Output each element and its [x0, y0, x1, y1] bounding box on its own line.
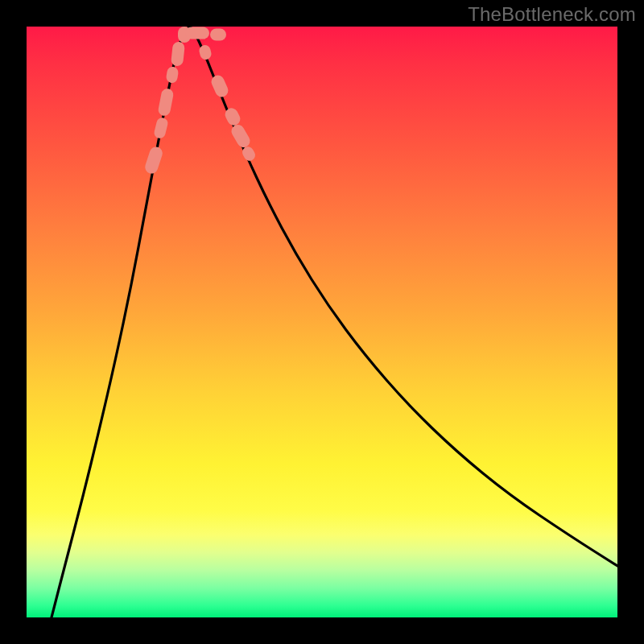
data-marker: [166, 66, 180, 84]
watermark-text: TheBottleneck.com: [468, 3, 636, 26]
marker-group: [143, 27, 257, 175]
data-marker: [153, 117, 169, 140]
data-marker: [209, 73, 230, 99]
curve-right-branch: [191, 27, 617, 566]
data-marker: [229, 122, 253, 150]
chart-frame: TheBottleneck.com: [0, 0, 644, 644]
plot-area: [27, 27, 617, 617]
data-marker: [143, 145, 164, 175]
curve-layer: [27, 27, 617, 617]
data-marker: [210, 29, 226, 41]
curve-left-branch: [52, 27, 189, 617]
data-marker: [157, 88, 174, 117]
data-marker: [185, 27, 209, 39]
data-marker: [171, 41, 185, 66]
